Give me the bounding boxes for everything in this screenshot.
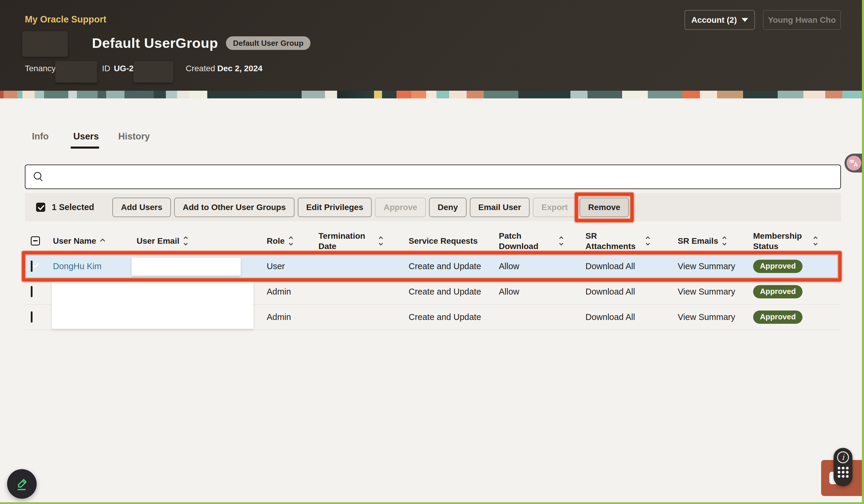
sr-attachments-cell: Download All bbox=[582, 287, 674, 297]
membership-status-badge: Approved bbox=[753, 310, 803, 324]
sr-emails-cell: View Summary bbox=[674, 287, 749, 297]
page: My Oracle Support Default UserGroup Defa… bbox=[0, 0, 864, 504]
sr-attachments-cell: Download All bbox=[582, 312, 674, 322]
sr-emails-cell: View Summary bbox=[674, 312, 749, 322]
membership-status-badge: Approved bbox=[753, 260, 803, 273]
screen-share-border-right bbox=[862, 0, 864, 504]
page-header: My Oracle Support Default UserGroup Defa… bbox=[0, 0, 864, 91]
service-requests-cell: Create and Update bbox=[405, 261, 495, 271]
sort-updown-icon bbox=[723, 237, 726, 245]
column-header-patch-download[interactable]: Patch Download bbox=[495, 231, 582, 251]
sort-updown-icon bbox=[379, 237, 382, 245]
id-value: UG-2 bbox=[114, 64, 134, 73]
selected-count: 1 Selected bbox=[52, 202, 94, 212]
caret-down-icon bbox=[742, 18, 748, 22]
patch-download-cell: Allow bbox=[495, 261, 582, 271]
export-button: Export bbox=[533, 198, 576, 217]
column-header-termination-date[interactable]: Termination Date bbox=[315, 231, 405, 251]
column-header-service-requests[interactable]: Service Requests bbox=[405, 236, 495, 246]
edit-fab-button[interactable] bbox=[7, 469, 37, 499]
redacted-block bbox=[22, 31, 68, 57]
translate-icon bbox=[847, 156, 861, 171]
tenancy-label: Tenancy bbox=[25, 64, 56, 73]
app-grid-icon[interactable] bbox=[838, 467, 849, 478]
redacted-block bbox=[134, 61, 173, 83]
sort-updown-icon bbox=[646, 237, 649, 245]
row-checkbox[interactable] bbox=[31, 261, 33, 272]
screen-share-border-bottom bbox=[0, 502, 864, 504]
table-header-row: User Name User Email Role Termination Da… bbox=[25, 229, 841, 254]
created-label: Created bbox=[186, 64, 215, 73]
search-icon bbox=[33, 171, 44, 183]
column-header-user-email[interactable]: User Email bbox=[133, 236, 263, 246]
column-header-role[interactable]: Role bbox=[263, 236, 315, 246]
row-checkbox[interactable] bbox=[31, 311, 33, 323]
add-users-button[interactable]: Add Users bbox=[112, 198, 171, 217]
sort-updown-icon bbox=[184, 237, 187, 245]
redacted-tenancy-value bbox=[55, 61, 97, 83]
approve-button: Approve bbox=[375, 198, 426, 217]
deny-button[interactable]: Deny bbox=[429, 198, 466, 217]
sort-updown-icon bbox=[289, 237, 292, 245]
current-user-label: Young Hwan Cho bbox=[768, 15, 836, 25]
header-select-checkbox[interactable] bbox=[31, 236, 40, 246]
sr-emails-cell: View Summary bbox=[674, 261, 749, 271]
table-toolbar: 1 Selected Add Users Add to Other User G… bbox=[25, 193, 841, 221]
users-table: User Name User Email Role Termination Da… bbox=[25, 229, 841, 330]
column-header-sr-attachments[interactable]: SR Attachments bbox=[582, 231, 674, 251]
search-input[interactable] bbox=[50, 165, 833, 188]
edit-privileges-button[interactable]: Edit Privileges bbox=[298, 198, 372, 217]
user-name-link[interactable]: DongHu Kim bbox=[53, 261, 101, 271]
remove-button[interactable]: Remove bbox=[579, 198, 629, 217]
add-to-other-groups-button[interactable]: Add to Other User Groups bbox=[174, 198, 294, 217]
select-all-checkbox[interactable] bbox=[36, 203, 45, 212]
sort-updown-icon bbox=[560, 237, 563, 245]
role-cell: Admin bbox=[263, 312, 315, 322]
column-header-sr-emails[interactable]: SR Emails bbox=[674, 236, 749, 246]
role-cell: Admin bbox=[263, 287, 315, 297]
info-icon[interactable]: i bbox=[837, 452, 849, 463]
created-value: Dec 2, 2024 bbox=[217, 64, 263, 73]
account-dropdown-button[interactable]: Account (2) bbox=[685, 10, 755, 30]
service-requests-cell: Create and Update bbox=[405, 287, 495, 297]
group-type-badge: Default User Group bbox=[226, 36, 311, 50]
tab-users[interactable]: Users bbox=[73, 131, 99, 142]
utility-widget-pill: i bbox=[833, 448, 852, 486]
membership-status-badge: Approved bbox=[753, 285, 803, 298]
sr-attachments-cell: Download All bbox=[582, 261, 674, 271]
patch-download-cell: Allow bbox=[495, 287, 582, 297]
account-dropdown-label: Account (2) bbox=[691, 15, 737, 25]
role-cell: User bbox=[263, 261, 315, 271]
redacted-email-value bbox=[132, 258, 241, 275]
redacted-user-names-block bbox=[52, 280, 253, 329]
decorative-banner bbox=[0, 91, 864, 98]
sort-ascending-icon bbox=[100, 238, 105, 243]
tab-info[interactable]: Info bbox=[32, 131, 49, 142]
row-checkbox[interactable] bbox=[31, 286, 33, 297]
tab-history[interactable]: History bbox=[118, 131, 150, 142]
id-label: ID bbox=[102, 64, 110, 73]
email-user-button[interactable]: Email User bbox=[470, 198, 530, 217]
table-bottom-divider bbox=[25, 330, 841, 330]
translate-widget[interactable] bbox=[844, 153, 864, 173]
app-title: My Oracle Support bbox=[25, 14, 106, 25]
search-bar bbox=[25, 164, 841, 189]
column-header-user-name[interactable]: User Name bbox=[49, 236, 133, 246]
sort-updown-icon bbox=[814, 237, 817, 245]
active-tab-underline bbox=[71, 147, 99, 149]
edit-pencil-icon bbox=[14, 476, 30, 492]
page-title: Default UserGroup bbox=[92, 35, 218, 51]
service-requests-cell: Create and Update bbox=[405, 312, 495, 322]
current-user-button[interactable]: Young Hwan Cho bbox=[763, 10, 841, 30]
column-header-membership-status[interactable]: Membership Status bbox=[749, 231, 841, 251]
